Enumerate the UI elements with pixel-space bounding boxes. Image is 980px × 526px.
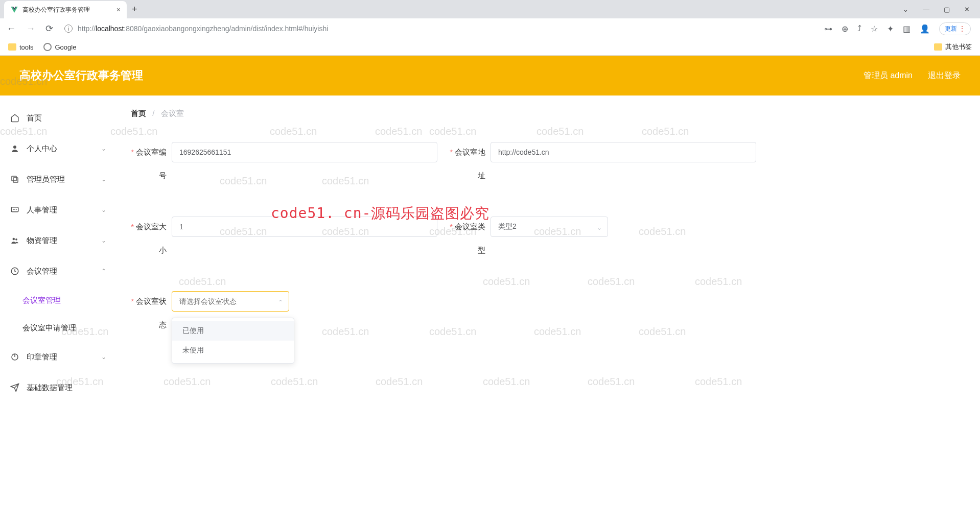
chat-icon xyxy=(10,205,19,214)
tab-bar: 高校办公室行政事务管理 × + ⌄ — ▢ ✕ xyxy=(0,0,980,18)
chevron-down-icon: ⌄ xyxy=(597,224,602,231)
site-info-icon[interactable]: i xyxy=(64,25,73,33)
logout-link[interactable]: 退出登录 xyxy=(928,70,961,81)
side-panel-icon[interactable]: ▥ xyxy=(903,24,911,34)
user-icon xyxy=(10,144,19,153)
bookmark-tools[interactable]: tools xyxy=(8,43,33,51)
browser-tab[interactable]: 高校办公室行政事务管理 × xyxy=(4,1,127,18)
room-type-select[interactable]: ⌄ xyxy=(491,217,608,237)
address-icons: ⊶ ⊕ ⤴ ☆ ✦ ▥ 👤 更新⋮ xyxy=(824,22,975,35)
power-icon xyxy=(10,352,19,362)
minimize-icon[interactable]: — xyxy=(923,6,929,13)
sidebar-item-basedata[interactable]: 基础数据管理 xyxy=(0,372,116,403)
back-icon[interactable]: ← xyxy=(5,23,17,34)
app-body: 首页 个人中心 ⌄ 管理员管理 ⌄ 人事管理 ⌄ 物资管理 ⌄ 会议管理 ⌃ xyxy=(0,95,980,526)
status-dropdown: 已使用 未使用 xyxy=(172,318,294,364)
sidebar-item-admin[interactable]: 管理员管理 ⌄ xyxy=(0,164,116,195)
browser-chrome: 高校办公室行政事务管理 × + ⌄ — ▢ ✕ ← → ⟳ i http://l… xyxy=(0,0,980,56)
bookmark-other[interactable]: 其他书签 xyxy=(934,42,972,52)
users-icon xyxy=(10,236,19,245)
extensions-icon[interactable]: ✦ xyxy=(887,24,894,34)
sidebar-item-home[interactable]: 首页 xyxy=(0,103,116,133)
profile-icon[interactable]: 👤 xyxy=(920,24,930,34)
breadcrumb-home[interactable]: 首页 xyxy=(131,109,146,117)
breadcrumb-current: 会议室 xyxy=(161,109,184,117)
sidebar-item-personal[interactable]: 个人中心 ⌄ xyxy=(0,133,116,164)
copy-icon xyxy=(10,175,19,184)
room-status-select[interactable]: ⌃ 已使用 未使用 xyxy=(172,291,289,312)
forward-icon[interactable]: → xyxy=(25,23,37,34)
chevron-down-icon: ⌄ xyxy=(101,237,106,244)
svg-point-5 xyxy=(15,238,17,241)
address-bar: ← → ⟳ i http://localhost:8080/gaoxiaoban… xyxy=(0,18,980,39)
chevron-down-icon[interactable]: ⌄ xyxy=(903,6,908,13)
search-lens-icon[interactable]: ⊕ xyxy=(842,24,848,34)
room-no-input[interactable] xyxy=(172,142,437,162)
close-window-icon[interactable]: ✕ xyxy=(964,6,970,13)
chevron-down-icon: ⌄ xyxy=(101,206,106,213)
watermark-center: code51. cn-源码乐园盗图必究 xyxy=(271,204,489,223)
breadcrumb: 首页 / 会议室 xyxy=(131,109,966,118)
room-addr-input[interactable] xyxy=(491,142,756,162)
chevron-down-icon: ⌄ xyxy=(101,353,106,361)
bookmark-bar: tools Google 其他书签 xyxy=(0,39,980,55)
chevron-up-icon: ⌃ xyxy=(101,268,106,275)
google-icon xyxy=(43,43,52,51)
chevron-up-icon: ⌃ xyxy=(278,299,283,306)
share-icon[interactable]: ⤴ xyxy=(857,24,861,33)
url-wrapper[interactable]: i http://localhost:8080/gaoxiaobangongxi… xyxy=(62,25,817,33)
dropdown-option-unused[interactable]: 未使用 xyxy=(172,341,294,360)
maximize-icon[interactable]: ▢ xyxy=(944,6,950,13)
home-icon xyxy=(10,113,19,123)
form-item-room-no: *会议室编号 xyxy=(131,142,437,186)
window-controls: ⌄ — ▢ ✕ xyxy=(903,6,980,13)
folder-icon xyxy=(934,43,942,51)
chevron-down-icon: ⌄ xyxy=(101,176,106,183)
content: 首页 / 会议室 *会议室编号 *会议室地址 *会议室大小 *会议室类型 xyxy=(116,95,980,526)
svg-point-0 xyxy=(13,146,16,149)
user-label[interactable]: 管理员 admin xyxy=(864,70,913,81)
reload-icon[interactable]: ⟳ xyxy=(44,23,55,34)
close-icon[interactable]: × xyxy=(116,6,121,14)
sidebar-subitem-meeting-room[interactable]: 会议室管理 xyxy=(0,286,116,314)
app-title: 高校办公室行政事务管理 xyxy=(19,68,143,83)
update-button[interactable]: 更新⋮ xyxy=(939,22,971,35)
vue-icon xyxy=(10,6,18,14)
svg-rect-1 xyxy=(13,178,18,182)
sidebar-item-meeting[interactable]: 会议管理 ⌃ xyxy=(0,256,116,286)
form-item-room-addr: *会议室地址 xyxy=(450,142,756,186)
folder-icon xyxy=(8,43,16,51)
svg-point-4 xyxy=(13,238,15,241)
url-text: http://localhost:8080/gaoxiaobangongxing… xyxy=(78,25,328,33)
new-tab-button[interactable]: + xyxy=(127,2,143,17)
svg-rect-2 xyxy=(12,176,16,181)
sidebar: 首页 个人中心 ⌄ 管理员管理 ⌄ 人事管理 ⌄ 物资管理 ⌄ 会议管理 ⌃ xyxy=(0,95,116,526)
chevron-down-icon: ⌄ xyxy=(101,145,106,152)
password-icon[interactable]: ⊶ xyxy=(824,24,832,34)
sidebar-subitem-meeting-apply[interactable]: 会议室申请管理 xyxy=(0,314,116,342)
app-header: 高校办公室行政事务管理 管理员 admin 退出登录 xyxy=(0,56,980,95)
bookmark-icon[interactable]: ☆ xyxy=(871,24,878,34)
clock-icon xyxy=(10,267,19,276)
sidebar-item-material[interactable]: 物资管理 ⌄ xyxy=(0,225,116,256)
tab-title: 高校办公室行政事务管理 xyxy=(22,6,90,14)
bookmark-google[interactable]: Google xyxy=(43,43,76,51)
send-icon xyxy=(10,383,19,392)
sidebar-item-seal[interactable]: 印章管理 ⌄ xyxy=(0,342,116,372)
form-item-room-status: *会议室状态 ⌃ 已使用 未使用 xyxy=(131,291,289,335)
dropdown-option-used[interactable]: 已使用 xyxy=(172,321,294,341)
sidebar-item-hr[interactable]: 人事管理 ⌄ xyxy=(0,195,116,225)
